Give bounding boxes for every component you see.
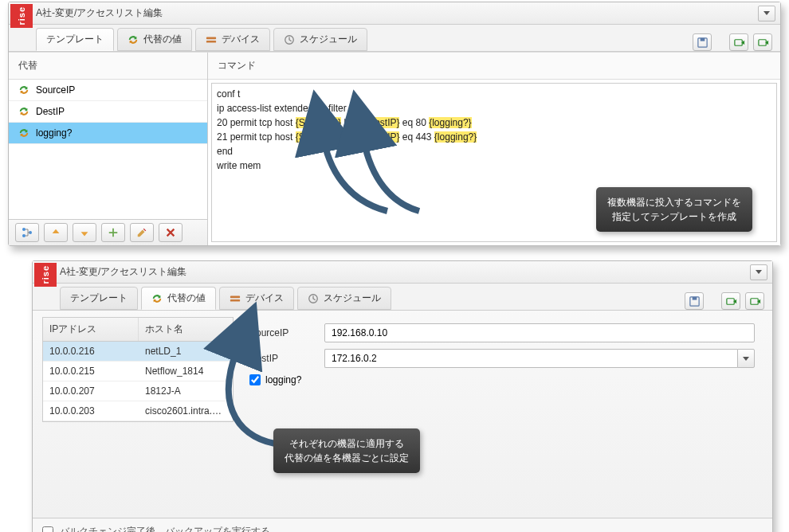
svg-rect-16 [750,298,757,304]
annotation-callout: それぞれの機器に適用する 代替の値を各機器ごとに設定 [273,428,420,473]
placeholder-token: {DestIP} [364,117,399,128]
cmd-text: host [341,117,364,128]
svg-rect-10 [230,295,240,298]
substitution-header: 代替 [9,53,207,80]
cmd-text: 20 permit tcp host [217,117,296,128]
add-button[interactable] [101,223,125,242]
run-button-2[interactable] [745,292,764,310]
svg-rect-4 [700,37,705,41]
chevron-down-icon [756,270,762,274]
refresh-icon [18,106,29,117]
label-sourceip: SourceIP [249,327,313,338]
delete-button[interactable] [159,223,183,242]
substitution-label: DestIP [36,106,65,117]
cmd-line: conf t [217,88,240,100]
window-title: A社-変更/アクセスリスト編集 [60,265,186,279]
cell-ip: 10.0.0.203 [43,401,139,421]
callout-line: 指定してテンプレートを作成 [607,209,741,224]
placeholder-token: {SourceIP} [296,117,341,128]
svg-rect-15 [726,298,733,304]
column-header-ip[interactable]: IPアドレス [43,318,139,341]
titlebar: A社-変更/アクセスリスト編集 [33,261,772,284]
input-sourceip[interactable] [324,323,755,342]
annotation-arrow [347,131,443,223]
cmd-text: 21 permit tcp host [217,131,296,143]
tab-schedule[interactable]: スケジュール [273,28,367,51]
tab-template[interactable]: テンプレート [60,287,138,310]
substitution-label: SourceIP [36,84,75,96]
chevron-down-icon [743,357,749,361]
cmd-line: end [217,146,233,157]
refresh-icon [128,34,139,45]
brand-logo: rise [34,263,57,287]
footer-label: バルクチェンジ完了後、バックアップを実行する [60,525,270,532]
svg-rect-5 [734,39,741,45]
values-body: IPアドレス ホスト名 10.0.0.216 netLD_1 10.0.0.21… [33,311,772,518]
window-template-editor: rise A社-変更/アクセスリスト編集 テンプレート 代替の値 デバイス スケ… [8,2,781,246]
annotation-callout: 複数機器に投入するコマンドを 指定してテンプレートを作成 [596,187,752,232]
device-icon [206,34,217,45]
input-destip[interactable] [324,349,737,368]
substitution-item[interactable]: DestIP [9,101,207,123]
run-button-2[interactable] [753,33,772,51]
svg-point-7 [22,228,26,231]
column-header-host[interactable]: ホスト名 [139,318,233,341]
tab-values[interactable]: 代替の値 [117,28,192,51]
tab-label: スケジュール [324,291,381,305]
cmd-text: eq 80 [399,117,429,128]
substitution-list: SourceIP DestIP logging? [9,80,207,219]
refresh-icon [151,293,163,304]
tab-bar: テンプレート 代替の値 デバイス スケジュール [33,284,772,311]
cmd-line: ip access-list extended lvi-filter [217,103,347,114]
tab-label: テンプレート [70,291,128,305]
callout-line: それぞれの機器に適用する [285,436,409,451]
command-panel: コマンド conf t ip access-list extended lvi-… [208,53,780,245]
tab-label: デバイス [222,33,260,46]
titlebar: A社-変更/アクセスリスト編集 [9,2,780,25]
destip-dropdown-button[interactable] [737,349,755,368]
svg-point-8 [22,234,26,237]
refresh-icon [18,84,29,96]
run-button-1[interactable] [721,292,740,310]
title-dropdown-button[interactable] [750,264,767,280]
callout-line: 複数機器に投入するコマンドを [607,195,741,209]
svg-rect-6 [758,39,765,45]
tab-template[interactable]: テンプレート [36,28,114,51]
substitution-item[interactable]: SourceIP [9,80,207,101]
checkbox-backup-after[interactable] [42,526,53,533]
substitution-item[interactable]: logging? [9,123,207,144]
placeholder-token: {logging?} [429,117,471,128]
tab-device[interactable]: デバイス [195,28,270,51]
move-down-button[interactable] [73,223,96,242]
tab-bar: テンプレート 代替の値 デバイス スケジュール [9,25,780,52]
run-button-1[interactable] [729,33,748,51]
tab-values[interactable]: 代替の値 [141,287,216,310]
tab-label: デバイス [245,291,284,305]
svg-rect-1 [206,40,216,42]
title-dropdown-button[interactable] [758,6,775,22]
svg-rect-14 [692,296,697,299]
window-title: A社-変更/アクセスリスト編集 [36,6,163,20]
device-icon [230,293,241,304]
cell-ip: 10.0.0.207 [43,381,139,401]
tab-label: スケジュール [300,33,357,46]
edit-button[interactable] [130,223,154,242]
substitution-toolbar [9,219,207,245]
svg-rect-0 [206,37,216,39]
chevron-down-icon [763,11,770,15]
footer: バルクチェンジ完了後、バックアップを実行する [33,518,772,532]
tree-button[interactable] [15,223,39,242]
tab-schedule[interactable]: スケジュール [297,287,391,310]
substitution-panel: 代替 SourceIP DestIP logging? [9,53,208,245]
cmd-line: write mem [217,160,261,171]
editor-body: 代替 SourceIP DestIP logging? [9,52,780,245]
grid-header: IPアドレス ホスト名 [43,318,233,342]
refresh-icon [18,127,29,139]
move-up-button[interactable] [44,223,68,242]
save-button[interactable] [685,292,704,310]
command-textarea[interactable]: conf t ip access-list extended lvi-filte… [211,83,777,242]
callout-line: 代替の値を各機器ごとに設定 [285,451,409,465]
save-button[interactable] [693,33,712,51]
brand-logo: rise [10,4,33,28]
tab-device[interactable]: デバイス [219,287,294,310]
